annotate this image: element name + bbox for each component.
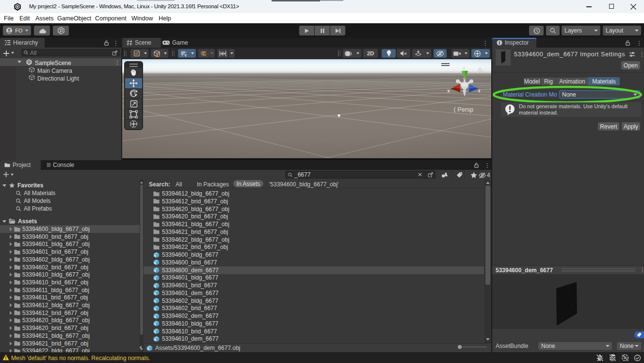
svg-text:x: x	[448, 88, 450, 93]
svg-text:y: y	[463, 66, 465, 70]
svg-text:z: z	[478, 88, 481, 93]
